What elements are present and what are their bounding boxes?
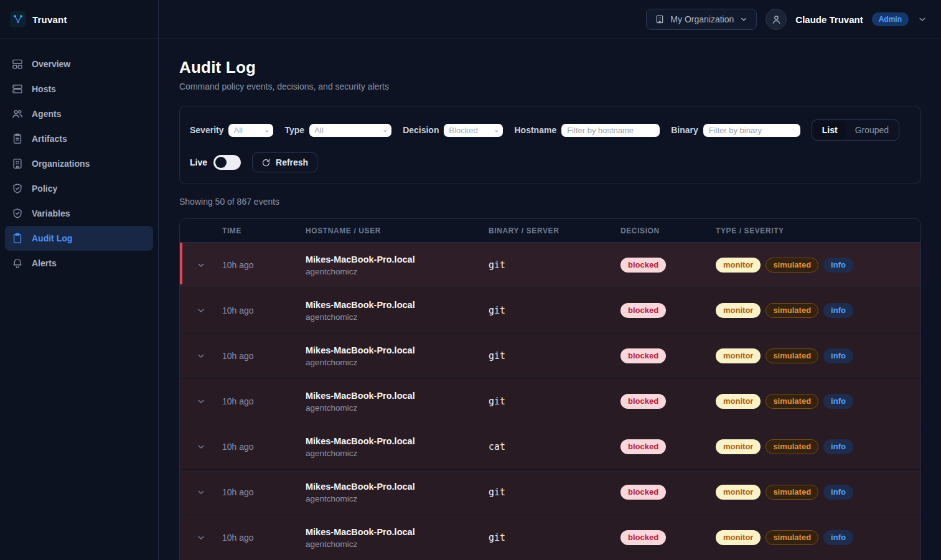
simulated-badge: simulated [765,394,818,409]
column-header-time: Time [222,226,306,235]
severity-filter-group: Severity All ⌄ [190,124,273,137]
agents-icon [11,108,24,120]
binary-filter-input[interactable] [703,124,800,137]
decision-select[interactable]: Blocked ⌄ [444,124,503,137]
table-row[interactable]: 10h ago Mikes-MacBook-Pro.local agentcho… [180,515,920,560]
simulated-badge: simulated [765,348,818,363]
event-host-user: Mikes-MacBook-Pro.local agentchomicz [306,482,489,503]
sidebar: Truvant Overview Hosts Agents Artifacts … [0,0,159,560]
event-decision-cell: blocked [620,258,716,273]
row-expand-chevron-icon[interactable] [180,442,222,452]
row-expand-chevron-icon[interactable] [180,351,222,361]
live-toggle-group: Live [190,155,241,170]
sidebar-item-hosts[interactable]: Hosts [5,77,153,101]
user-avatar[interactable] [765,9,787,30]
truvant-logo-icon [10,11,26,27]
sidebar-item-variables[interactable]: Variables [5,201,153,226]
table-header-row: Time Hostname / User Binary / Server Dec… [180,219,920,243]
table-row[interactable]: 10h ago Mikes-MacBook-Pro.local agentcho… [180,379,920,424]
overview-icon [11,58,24,70]
page-content: Audit Log Command policy events, decisio… [159,39,941,560]
view-list-button[interactable]: List [814,121,846,139]
event-badge-list: monitorsimulatedinfo [716,485,920,500]
column-header-hostname-user: Hostname / User [306,226,489,235]
event-hostname: Mikes-MacBook-Pro.local [306,300,489,310]
simulated-badge: simulated [765,258,818,273]
sidebar-item-policy[interactable]: Policy [5,176,153,201]
simulated-badge: simulated [765,303,818,318]
variables-icon [11,207,24,220]
column-header-binary-server: Binary / Server [489,226,620,235]
event-decision-cell: blocked [620,485,716,500]
hostname-filter-group: Hostname [514,124,660,137]
event-decision-cell: blocked [620,348,716,363]
user-menu-chevron[interactable] [917,14,927,24]
decision-badge: blocked [620,394,666,409]
monitor-badge: monitor [716,258,761,273]
info-badge: info [823,258,853,273]
row-expand-chevron-icon[interactable] [180,396,222,406]
brand-header: Truvant [0,0,158,39]
chevron-down-icon [739,15,748,24]
event-host-user: Mikes-MacBook-Pro.local agentchomicz [306,527,489,549]
event-user: agentchomicz [306,312,489,322]
sidebar-item-organizations[interactable]: Organizations [5,151,153,176]
event-hostname: Mikes-MacBook-Pro.local [306,482,489,492]
table-row[interactable]: 10h ago Mikes-MacBook-Pro.local agentcho… [180,288,920,334]
table-row[interactable]: 10h ago Mikes-MacBook-Pro.local agentcho… [180,243,920,288]
event-hostname: Mikes-MacBook-Pro.local [306,527,489,537]
row-expand-chevron-icon[interactable] [180,306,222,315]
hostname-filter-input[interactable] [561,124,660,137]
select-chevron-icon: ⌄ [382,126,388,133]
simulated-badge: simulated [765,439,818,454]
sidebar-nav: Overview Hosts Agents Artifacts Organiza… [0,39,158,288]
user-name: Claude Truvant [795,14,863,25]
top-bar: My Organization Claude Truvant Admin [159,0,941,39]
info-badge: info [823,348,853,363]
monitor-badge: monitor [716,439,761,454]
organizations-icon [11,157,24,170]
decision-badge: blocked [620,439,666,454]
event-decision-cell: blocked [620,530,716,545]
decision-filter-label: Decision [403,125,439,135]
event-host-user: Mikes-MacBook-Pro.local agentchomicz [306,391,489,413]
org-selector-button[interactable]: My Organization [646,9,757,30]
type-select[interactable]: All ⌄ [309,124,391,137]
row-expand-chevron-icon[interactable] [180,260,222,270]
hosts-icon [11,83,24,95]
simulated-badge: simulated [765,530,818,545]
event-hostname: Mikes-MacBook-Pro.local [306,345,489,355]
sidebar-item-artifacts[interactable]: Artifacts [5,126,153,151]
table-row[interactable]: 10h ago Mikes-MacBook-Pro.local agentcho… [180,470,920,515]
sidebar-item-overview[interactable]: Overview [5,52,153,77]
table-row[interactable]: 10h ago Mikes-MacBook-Pro.local agentcho… [180,334,920,379]
event-time: 10h ago [222,396,306,406]
severity-select[interactable]: All ⌄ [228,124,273,137]
event-binary: git [489,350,620,362]
row-expand-chevron-icon[interactable] [180,487,222,497]
page-title: Audit Log [179,58,921,77]
event-user: agentchomicz [306,494,489,503]
event-decision-cell: blocked [620,394,716,409]
table-row[interactable]: 10h ago Mikes-MacBook-Pro.local agentcho… [180,424,920,470]
sidebar-item-agents[interactable]: Agents [5,101,153,126]
simulated-badge: simulated [765,485,818,500]
refresh-button[interactable]: Refresh [252,152,317,172]
event-binary: git [489,396,620,407]
severity-filter-label: Severity [190,125,223,135]
event-hostname: Mikes-MacBook-Pro.local [306,391,489,401]
decision-badge: blocked [620,530,666,545]
live-toggle[interactable] [213,155,241,170]
event-time: 10h ago [222,260,306,270]
org-selector-label: My Organization [670,14,734,24]
sidebar-item-alerts[interactable]: Alerts [5,251,153,276]
sidebar-item-audit-log[interactable]: Audit Log [5,226,153,251]
event-user: agentchomicz [306,449,489,458]
event-decision-cell: blocked [620,303,716,318]
event-host-user: Mikes-MacBook-Pro.local agentchomicz [306,254,489,276]
row-expand-chevron-icon[interactable] [180,533,222,543]
info-badge: info [823,485,853,500]
toggle-knob [215,157,227,168]
view-grouped-button[interactable]: Grouped [847,121,897,139]
event-badge-list: monitorsimulatedinfo [716,348,920,363]
